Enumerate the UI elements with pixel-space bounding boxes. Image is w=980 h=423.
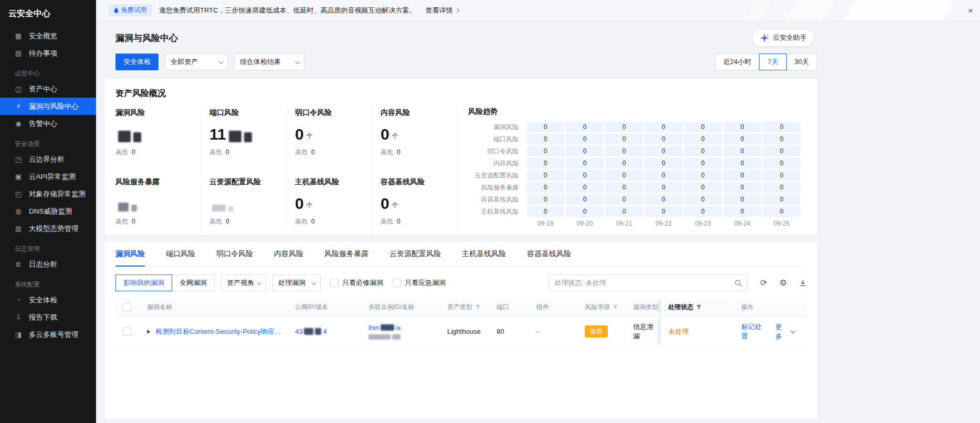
security-assistant-button[interactable]: 云安全助手 (753, 29, 814, 46)
range-30d-button[interactable]: 30天 (786, 54, 817, 70)
sidebar-item-alert-center[interactable]: ◉告警中心 (0, 115, 96, 132)
row-checkbox[interactable] (123, 327, 131, 336)
page-title: 漏洞与风险中心 (115, 32, 178, 44)
more-actions-button[interactable]: 更多 (775, 322, 794, 341)
banner-close-icon[interactable]: × (968, 6, 973, 15)
sidebar-item-label: 安全体检 (29, 295, 57, 305)
risk-stat-card: 主机基线风险0个高危0 (287, 175, 372, 234)
high-risk-label: 高危 (209, 149, 222, 156)
sidebar-item-overview[interactable]: ▦安全概览 (0, 27, 96, 45)
range-7d-button[interactable]: 7天 (759, 54, 786, 70)
sidebar-item-llm-posture[interactable]: ▥大模型态势管理 (0, 220, 96, 237)
sidebar-item-label: 多云多账号管理 (29, 330, 79, 340)
risk-tab[interactable]: 内容风险 (274, 242, 303, 266)
sidebar-item-cloud-boundary[interactable]: ◳云边界分析 (0, 151, 96, 168)
redacted-value (118, 131, 131, 142)
page-content: 漏洞与风险中心 云安全助手 安全体检 (105, 21, 817, 419)
risk-tab[interactable]: 风险服务暴露 (324, 242, 368, 266)
search-icon[interactable] (734, 279, 742, 287)
stat-cards: 漏洞风险高危0端口风险11高危0弱口令风险0个高危0内容风险0个高危0风险服务暴… (115, 106, 458, 234)
trend-cell: 0 (684, 146, 722, 156)
risk-tab[interactable]: 弱口令风险 (216, 242, 253, 266)
risk-tab[interactable]: 漏洞风险 (115, 242, 145, 266)
stat-high-risk: 高危0 (381, 217, 450, 226)
emergency-vuln-label: 只看应急漏洞 (405, 278, 446, 288)
risk-tab[interactable]: 云资源配置风险 (389, 242, 441, 266)
required-vuln-label: 只看必修漏洞 (342, 278, 383, 288)
handle-vuln-select[interactable]: 处理漏洞 (272, 274, 321, 291)
sidebar-item-dns-threat[interactable]: ◍DNS威胁监测 (0, 203, 96, 220)
required-vuln-checkbox[interactable] (330, 279, 339, 287)
trend-cell: 0 (763, 170, 800, 181)
instance-id[interactable]: lhin ix (368, 324, 401, 332)
mark-disposal-button[interactable]: 标记处置 (741, 322, 767, 341)
chevron-down-icon (295, 59, 300, 64)
expand-row-icon[interactable] (147, 330, 151, 334)
vuln-risk-center-icon: ⚡ (14, 102, 23, 110)
sidebar-item-label: 对象存储异常监测 (29, 189, 86, 199)
download-icon[interactable] (799, 279, 807, 287)
stat-card-title: 容器基线风险 (381, 177, 450, 187)
sidebar-nav: ▦安全概览▤待办事项运营中心◫资产中心⚡漏洞与风险中心◉告警中心安全场景◳云边界… (0, 27, 96, 343)
stat-card-value: 11 (209, 124, 279, 142)
col-port: 端口 (492, 299, 532, 316)
risk-tab[interactable]: 容器基线风险 (527, 242, 571, 266)
trend-cell: 0 (645, 134, 682, 144)
vuln-name-link[interactable]: 检测到目标Content-Security-Policy响应头缺... (155, 327, 287, 336)
sidebar-item-storage-anomaly[interactable]: ◰对象存储异常监测 (0, 185, 96, 203)
trend-cell: 0 (763, 194, 800, 205)
security-checkup-button[interactable]: 安全体检 (115, 54, 159, 70)
redacted-instance-name (392, 334, 401, 340)
filter-funnel-icon[interactable] (475, 304, 481, 310)
risk-stat-card: 内容风险0个高危0 (372, 106, 458, 175)
instance-id-link[interactable]: ix (396, 324, 401, 332)
range-24h-button[interactable]: 近24小时 (715, 54, 760, 70)
trend-date-label: 09-21 (605, 220, 643, 227)
all-vulns-button[interactable]: 全网漏洞 (172, 274, 215, 291)
sidebar-item-label: 日志分析 (29, 260, 57, 269)
risk-stat-card: 弱口令风险0个高危0 (287, 106, 372, 175)
stat-card-title: 风险服务暴露 (115, 177, 193, 187)
filter-funnel-icon[interactable] (613, 304, 618, 310)
col-label: 漏洞类型 (633, 303, 658, 312)
high-risk-value: 0 (311, 149, 315, 156)
ip-link[interactable]: 43 (295, 327, 302, 335)
search-input[interactable]: 处理状态: 未处理 (549, 274, 748, 291)
risk-detail-panel: 漏洞风险端口风险弱口令风险内容风险风险服务暴露云资源配置风险主机基线风险容器基线… (105, 242, 817, 419)
redacted-value (244, 132, 252, 142)
sidebar-item-multicloud-account[interactable]: ◨多云多账号管理 (0, 326, 96, 343)
trend-cell: 0 (645, 122, 682, 132)
emergency-vuln-checkbox[interactable] (393, 279, 401, 287)
cell-component: - (532, 316, 581, 346)
checkup-result-select[interactable]: 综合体检结果 (234, 54, 304, 70)
sidebar-item-api-anomaly[interactable]: ▣云API异常监测 (0, 168, 96, 185)
trend-cell: 0 (645, 194, 682, 205)
risk-tab[interactable]: 主机基线风险 (462, 242, 506, 266)
emergency-vuln-filter[interactable]: 只看应急漏洞 (393, 278, 446, 288)
settings-gear-icon[interactable]: ⚙ (779, 279, 787, 287)
col-instance: 关联实例ID/名称 (364, 299, 443, 316)
instance-id-link[interactable]: lhin (368, 324, 379, 332)
refresh-icon[interactable]: ⟳ (760, 279, 767, 287)
sidebar-item-security-check[interactable]: ◔安全体检 (0, 291, 96, 309)
sidebar-item-todo[interactable]: ▤待办事项 (0, 45, 96, 62)
my-vulns-button[interactable]: 影响我的漏洞 (115, 274, 172, 291)
trend-cell: 0 (605, 158, 643, 168)
filter-funnel-icon[interactable] (696, 304, 702, 310)
sidebar-item-vuln-risk-center[interactable]: ⚡漏洞与风险中心 (0, 98, 96, 115)
required-vuln-filter[interactable]: 只看必修漏洞 (330, 278, 383, 288)
banner-details-link[interactable]: 查看详情 (425, 6, 459, 15)
sidebar-section-label: 安全场景 (0, 132, 96, 151)
checkup-result-value: 综合体检结果 (240, 57, 281, 67)
sidebar-item-report-download[interactable]: ⇩报告下载 (0, 309, 96, 326)
cell-asset-type: Lighthouse (443, 316, 492, 346)
redacted-value (229, 131, 241, 142)
ip-link[interactable]: 4 (323, 327, 326, 335)
asset-scope-select[interactable]: 全部资产 (165, 54, 228, 70)
select-all-checkbox[interactable] (123, 303, 131, 312)
asset-view-select[interactable]: 资产视角 (221, 274, 266, 291)
sidebar-item-asset-center[interactable]: ◫资产中心 (0, 80, 96, 98)
sidebar-item-log-analysis[interactable]: ≣日志分析 (0, 256, 96, 273)
chevron-down-icon (218, 59, 224, 64)
risk-tab[interactable]: 端口风险 (166, 242, 195, 266)
